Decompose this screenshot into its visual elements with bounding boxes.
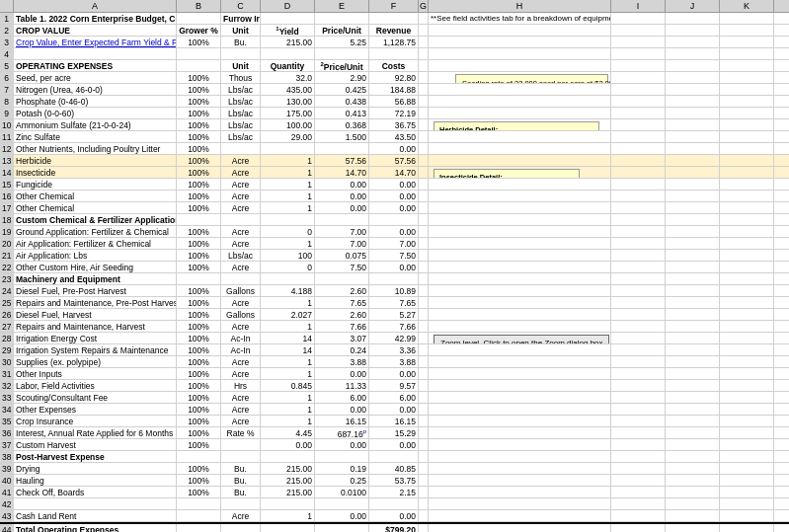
- col-header-i: I: [611, 0, 666, 12]
- cell-30a: Supplies (ex. polypipe): [14, 356, 177, 367]
- cell-13j: [666, 155, 720, 166]
- cell-15c: Acre: [221, 179, 261, 190]
- cell-19h: [429, 226, 611, 237]
- cell-31d: 1: [261, 368, 315, 379]
- col-header-a: A: [14, 0, 177, 12]
- cell-9g: [419, 108, 429, 118]
- cell-18e: [315, 214, 369, 225]
- cell-12d: [261, 143, 315, 154]
- cell-27d: 1: [261, 321, 315, 332]
- cell-5l: [774, 60, 789, 71]
- cell-29a: Irrigation System Repairs & Maintenance: [14, 344, 177, 355]
- cell-34e: 0.00: [315, 404, 369, 415]
- cell-34h: [429, 404, 611, 415]
- cell-4h: [429, 48, 611, 59]
- cell-23h: [429, 273, 611, 284]
- cell-4d: [261, 48, 315, 59]
- cell-40h: [429, 475, 611, 486]
- row-num-12: 12: [0, 143, 14, 154]
- col-header-c: C: [221, 0, 261, 12]
- cell-36g: [419, 427, 429, 438]
- cell-14g: [419, 167, 429, 178]
- cell-29k: [720, 344, 774, 355]
- cell-38f: [369, 451, 419, 462]
- cell-18f: [369, 214, 419, 225]
- cell-9d: 175.00: [261, 108, 315, 118]
- cell-38a: Post-Harvest Expense: [14, 451, 177, 462]
- cell-18k: [720, 214, 774, 225]
- cell-20k: [720, 238, 774, 249]
- cell-44b: [177, 524, 221, 532]
- table-row: 18 Custom Chemical & Fertilizer Applicat…: [0, 214, 789, 226]
- cell-44a: Total Operating Expenses: [14, 524, 177, 532]
- table-row: 23 Machinery and Equipment: [0, 273, 789, 285]
- cell-35g: [419, 416, 429, 426]
- cell-32c: Hrs: [221, 380, 261, 391]
- cell-35i: [611, 416, 666, 426]
- cell-4k: [720, 48, 774, 59]
- table-row: 20 Air Application: Fertilizer & Chemica…: [0, 238, 789, 250]
- cell-7k: [720, 84, 774, 95]
- cell-43d: 1: [261, 510, 315, 521]
- cell-12g: [419, 143, 429, 154]
- cell-11e: 1.500: [315, 131, 369, 142]
- cell-18l: [774, 214, 789, 225]
- cell-28e: 3.07: [315, 333, 369, 343]
- cell-41h: [429, 487, 611, 497]
- cell-37c: [221, 439, 261, 450]
- cell-42d: [261, 498, 315, 509]
- table-row: 1 Table 1. 2022 Corn Enterprise Budget, …: [0, 13, 789, 25]
- cell-25k: [720, 297, 774, 308]
- cell-11l: [774, 131, 789, 142]
- table-row: 34 Other Expenses 100% Acre 1 0.00 0.00: [0, 404, 789, 416]
- cell-24b: 100%: [177, 285, 221, 296]
- table-row: 28 Irrigation Energy Cost 100% Ac-In 14 …: [0, 333, 789, 344]
- cell-27h: [429, 321, 611, 332]
- cell-26g: [419, 309, 429, 320]
- cell-17c: Acre: [221, 202, 261, 213]
- cell-14k: [720, 167, 774, 178]
- cell-25i: [611, 297, 666, 308]
- cell-5f: Costs: [369, 60, 419, 71]
- zoom-text[interactable]: Zoom level. Click to open the Zoom dialo…: [440, 339, 605, 343]
- cell-27c: Acre: [221, 321, 261, 332]
- cell-34c: Acre: [221, 404, 261, 415]
- cell-32g: [419, 380, 429, 391]
- cell-18g: [419, 214, 429, 225]
- cell-41l: [774, 487, 789, 497]
- cell-20j: [666, 238, 720, 249]
- cell-7a: Nitrogen (Urea, 46-0-0): [14, 84, 177, 95]
- cell-39f: 40.85: [369, 463, 419, 474]
- row-num-16: 16: [0, 190, 14, 201]
- cell-43i: [611, 510, 666, 521]
- cell-37j: [666, 439, 720, 450]
- row-num-25: 25: [0, 297, 14, 308]
- cell-21i: [611, 250, 666, 261]
- cell-3a[interactable]: Crop Value, Enter Expected Farm Yield & …: [14, 37, 177, 47]
- cell-44c: [221, 524, 261, 532]
- cell-13e: 57.56: [315, 155, 369, 166]
- cell-24f: 10.89: [369, 285, 419, 296]
- cell-14f: 14.70: [369, 167, 419, 178]
- cell-39j: [666, 463, 720, 474]
- cell-4i: [611, 48, 666, 59]
- cell-2g: [419, 25, 429, 36]
- cell-5h: [429, 60, 611, 71]
- cell-18i: [611, 214, 666, 225]
- cell-34f: 0.00: [369, 404, 419, 415]
- row-num-13: 13: [0, 155, 14, 166]
- table-row: 26 Diesel Fuel, Harvest 100% Gallons 2.0…: [0, 309, 789, 321]
- cell-41i: [611, 487, 666, 497]
- cell-10e: 0.368: [315, 119, 369, 130]
- cell-43a: Cash Land Rent: [14, 510, 177, 521]
- cell-5i: [611, 60, 666, 71]
- cell-34b: 100%: [177, 404, 221, 415]
- cell-8f: 56.88: [369, 96, 419, 107]
- cell-42b: [177, 498, 221, 509]
- cell-37k: [720, 439, 774, 450]
- cell-41c: Bu.: [221, 487, 261, 497]
- cell-7l: [774, 84, 789, 95]
- table-row: 43 Cash Land Rent Acre 1 0.00 0.00: [0, 510, 789, 522]
- cell-35d: 1: [261, 416, 315, 426]
- cell-16e: 0.00: [315, 190, 369, 201]
